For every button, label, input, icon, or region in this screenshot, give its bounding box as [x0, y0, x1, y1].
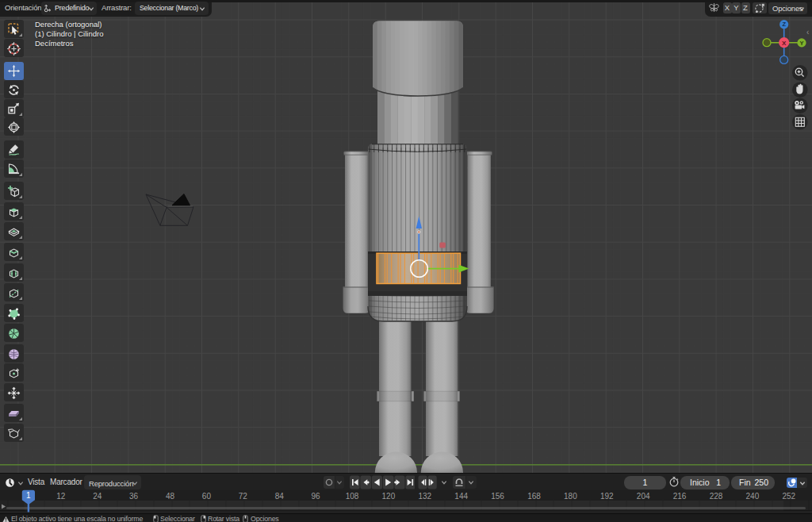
svg-text:240: 240: [746, 492, 760, 501]
svg-text:216: 216: [673, 492, 687, 501]
svg-text:96: 96: [312, 492, 321, 501]
svg-text:48: 48: [166, 492, 175, 501]
svg-text:180: 180: [564, 492, 577, 501]
svg-text:72: 72: [239, 492, 248, 501]
svg-text:X: X: [782, 40, 787, 47]
svg-text:24: 24: [93, 492, 102, 501]
svg-text:108: 108: [346, 492, 359, 501]
svg-text:Z: Z: [782, 21, 786, 28]
svg-text:36: 36: [129, 492, 139, 501]
svg-text:1: 1: [26, 491, 31, 500]
svg-text:144: 144: [454, 492, 468, 501]
svg-text:168: 168: [527, 492, 541, 501]
svg-text:60: 60: [202, 492, 212, 501]
svg-text:204: 204: [637, 492, 650, 501]
svg-text:192: 192: [600, 492, 614, 501]
svg-text:252: 252: [782, 492, 795, 501]
svg-text:84: 84: [275, 492, 285, 501]
svg-text:120: 120: [382, 492, 396, 501]
svg-text:228: 228: [710, 492, 723, 501]
svg-text:12: 12: [56, 492, 66, 501]
svg-text:132: 132: [418, 492, 431, 501]
svg-text:‹: ‹: [806, 28, 809, 36]
svg-text:156: 156: [491, 492, 504, 501]
svg-text:Y: Y: [799, 40, 803, 47]
